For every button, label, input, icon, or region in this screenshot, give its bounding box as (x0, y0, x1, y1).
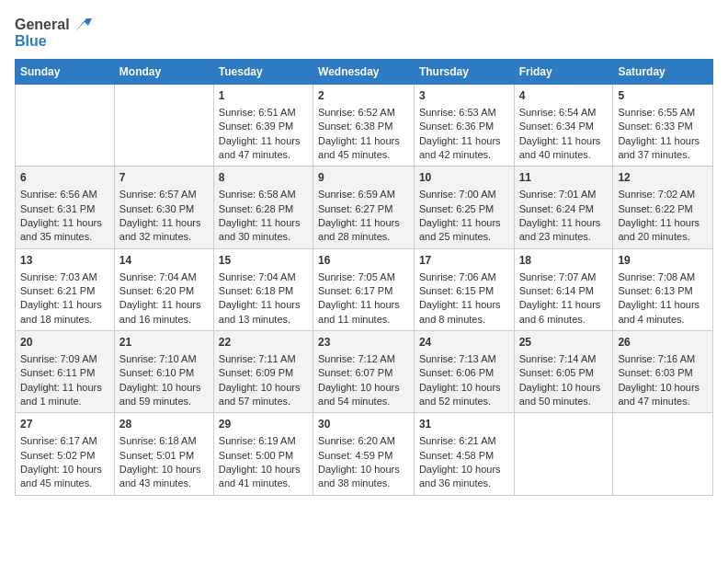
cell-content: Sunset: 6:25 PM (419, 202, 509, 216)
calendar-cell: 16Sunrise: 7:05 AMSunset: 6:17 PMDayligh… (313, 248, 415, 330)
cell-content: Sunset: 6:09 PM (219, 366, 308, 380)
cell-content: Daylight: 11 hours and 1 minute. (20, 381, 109, 409)
day-number: 30 (318, 417, 409, 432)
cell-content: Daylight: 11 hours and 40 minutes. (519, 134, 609, 163)
cell-content: Daylight: 10 hours and 52 minutes. (419, 381, 509, 409)
cell-content: Sunset: 6:27 PM (318, 202, 409, 216)
cell-content: Daylight: 10 hours and 38 minutes. (318, 463, 409, 491)
calendar-cell: 7Sunrise: 6:57 AMSunset: 6:30 PMDaylight… (114, 167, 213, 248)
calendar-week-3: 13Sunrise: 7:03 AMSunset: 6:21 PMDayligh… (16, 248, 713, 330)
day-number: 26 (618, 335, 708, 350)
cell-content: Sunset: 6:21 PM (20, 284, 109, 298)
calendar-week-5: 27Sunrise: 6:17 AMSunset: 5:02 PMDayligh… (16, 413, 713, 495)
cell-content: Sunset: 6:13 PM (618, 284, 708, 298)
cell-content: Daylight: 11 hours and 42 minutes. (419, 134, 509, 163)
calendar-cell (114, 85, 213, 167)
calendar-cell: 21Sunrise: 7:10 AMSunset: 6:10 PMDayligh… (114, 331, 213, 413)
cell-content: Sunrise: 6:21 AM (419, 434, 509, 448)
cell-content: Sunset: 5:02 PM (20, 449, 109, 463)
day-number: 29 (219, 417, 308, 432)
day-number: 15 (219, 253, 308, 269)
calendar-week-4: 20Sunrise: 7:09 AMSunset: 6:11 PMDayligh… (16, 331, 713, 413)
cell-content: Sunrise: 6:57 AM (119, 188, 209, 201)
day-number: 8 (219, 170, 308, 186)
logo: General Blue (15, 15, 92, 50)
logo-general-text: General (15, 17, 70, 33)
cell-content: Sunrise: 6:55 AM (618, 106, 708, 120)
cell-content: Daylight: 11 hours and 6 minutes. (519, 298, 609, 327)
cell-content: Sunrise: 6:51 AM (219, 106, 308, 120)
svg-marker-0 (75, 18, 92, 31)
calendar-cell: 29Sunrise: 6:19 AMSunset: 5:00 PMDayligh… (213, 413, 313, 495)
cell-content: Daylight: 11 hours and 28 minutes. (318, 216, 409, 245)
day-number: 27 (20, 417, 109, 432)
cell-content: Sunrise: 6:19 AM (219, 434, 308, 448)
calendar-cell: 27Sunrise: 6:17 AMSunset: 5:02 PMDayligh… (16, 413, 115, 495)
calendar-cell: 18Sunrise: 7:07 AMSunset: 6:14 PMDayligh… (514, 248, 613, 330)
header-cell-monday: Monday (114, 60, 213, 85)
day-number: 17 (419, 253, 509, 269)
cell-content: Daylight: 11 hours and 13 minutes. (219, 298, 308, 327)
cell-content: Sunset: 6:15 PM (419, 284, 509, 298)
cell-content: Sunset: 6:33 PM (618, 120, 708, 133)
cell-content: Daylight: 11 hours and 11 minutes. (318, 298, 409, 327)
day-number: 28 (119, 417, 209, 432)
cell-content: Sunrise: 7:13 AM (419, 352, 509, 366)
day-number: 19 (618, 253, 708, 269)
cell-content: Sunrise: 6:59 AM (318, 188, 409, 201)
header-cell-wednesday: Wednesday (313, 60, 415, 85)
calendar-cell: 19Sunrise: 7:08 AMSunset: 6:13 PMDayligh… (613, 248, 713, 330)
calendar-cell: 17Sunrise: 7:06 AMSunset: 6:15 PMDayligh… (414, 248, 514, 330)
cell-content: Sunset: 6:05 PM (519, 366, 609, 380)
calendar-cell: 23Sunrise: 7:12 AMSunset: 6:07 PMDayligh… (313, 331, 415, 413)
day-number: 21 (119, 335, 209, 350)
logo-container: General Blue (15, 15, 92, 50)
logo-arrow-icon (72, 15, 92, 35)
calendar-cell: 1Sunrise: 6:51 AMSunset: 6:39 PMDaylight… (213, 85, 313, 167)
cell-content: Sunset: 6:18 PM (219, 284, 308, 298)
calendar-cell: 15Sunrise: 7:04 AMSunset: 6:18 PMDayligh… (213, 248, 313, 330)
calendar-week-2: 6Sunrise: 6:56 AMSunset: 6:31 PMDaylight… (16, 167, 713, 248)
cell-content: Sunrise: 7:14 AM (519, 352, 609, 366)
cell-content: Sunset: 6:07 PM (318, 366, 409, 380)
cell-content: Sunrise: 7:05 AM (318, 270, 409, 284)
cell-content: Daylight: 10 hours and 36 minutes. (419, 463, 509, 491)
cell-content: Sunrise: 6:54 AM (519, 106, 609, 120)
day-number: 12 (618, 170, 708, 186)
calendar-cell: 24Sunrise: 7:13 AMSunset: 6:06 PMDayligh… (414, 331, 514, 413)
cell-content: Daylight: 10 hours and 50 minutes. (519, 381, 609, 409)
day-number: 16 (318, 253, 409, 269)
cell-content: Sunrise: 7:02 AM (618, 188, 708, 201)
cell-content: Daylight: 10 hours and 41 minutes. (219, 463, 308, 491)
cell-content: Daylight: 11 hours and 32 minutes. (119, 216, 209, 245)
calendar-cell: 4Sunrise: 6:54 AMSunset: 6:34 PMDaylight… (514, 85, 613, 167)
cell-content: Daylight: 11 hours and 25 minutes. (419, 216, 509, 245)
cell-content: Sunset: 6:10 PM (119, 366, 209, 380)
day-number: 7 (119, 170, 209, 186)
cell-content: Sunrise: 7:12 AM (318, 352, 409, 366)
cell-content: Sunset: 6:14 PM (519, 284, 609, 298)
calendar-cell: 10Sunrise: 7:00 AMSunset: 6:25 PMDayligh… (414, 167, 514, 248)
cell-content: Sunset: 6:22 PM (618, 202, 708, 216)
calendar-table: SundayMondayTuesdayWednesdayThursdayFrid… (15, 59, 713, 496)
header-cell-friday: Friday (514, 60, 613, 85)
cell-content: Daylight: 11 hours and 4 minutes. (618, 298, 708, 327)
day-number: 14 (119, 253, 209, 269)
cell-content: Sunset: 6:11 PM (20, 366, 109, 380)
header-cell-sunday: Sunday (16, 60, 115, 85)
cell-content: Daylight: 11 hours and 37 minutes. (618, 134, 708, 163)
calendar-cell: 31Sunrise: 6:21 AMSunset: 4:58 PMDayligh… (414, 413, 514, 495)
day-number: 18 (519, 253, 609, 269)
header-cell-saturday: Saturday (613, 60, 713, 85)
day-number: 22 (219, 335, 308, 350)
cell-content: Sunrise: 7:09 AM (20, 352, 109, 366)
cell-content: Daylight: 10 hours and 54 minutes. (318, 381, 409, 409)
cell-content: Sunset: 6:28 PM (219, 202, 308, 216)
cell-content: Sunrise: 6:17 AM (20, 434, 109, 448)
cell-content: Sunrise: 7:11 AM (219, 352, 308, 366)
cell-content: Sunset: 6:36 PM (419, 120, 509, 133)
day-number: 25 (519, 335, 609, 350)
calendar-week-1: 1Sunrise: 6:51 AMSunset: 6:39 PMDaylight… (16, 85, 713, 167)
calendar-cell: 20Sunrise: 7:09 AMSunset: 6:11 PMDayligh… (16, 331, 115, 413)
day-number: 6 (20, 170, 109, 186)
